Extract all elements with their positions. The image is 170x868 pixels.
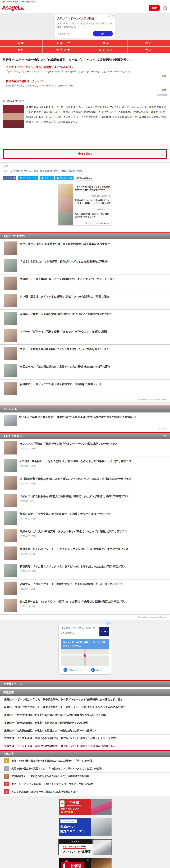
ad-info-icon[interactable]: i: [106, 622, 109, 625]
list-item[interactable]: 「後ろから突きたい!」岡副麻希、猫伸びポーズにまたも妄想爆発の声殺到!: [0, 257, 170, 275]
nav-item[interactable]: 芸能: [0, 40, 42, 46]
top-ad-card[interactable]: i X 人気ブランドの五月人形が勢揃い 人気の久月、吉徳大光、などの五月人形 正…: [55, 14, 115, 38]
list-item[interactable]: 新型コロナ、「突然変異」で「終息10年」の悪夢シナリオとは?|アサ芸プラス (2…: [0, 509, 170, 527]
website-label: ウェブサイト: [69, 669, 83, 672]
route-button[interactable]: ➤ルート: [85, 665, 109, 674]
top-ad-zone: i X 人気ブランドの五月人形が勢揃い 人気の久月、吉徳大光、などの五月人形 正…: [0, 13, 170, 40]
sponsored-label: Sponsored: [3, 94, 167, 96]
list-item[interactable]: 「紅白“出場”女性歌手ら8芸能人の薬物疑惑」報道で「次はダレが逮捕?」衝撃!|ア…: [0, 492, 170, 509]
related-article-link[interactable]: 星野仙一「楽天実効支配」で浮上する野望とは?(2)星野氏が抱く3つの野望: [0, 719, 170, 727]
list-item[interactable]: バス旅Z、最新回ルートを大予想!やはり“田中&羽田を辞めさせる”難関ルートか?|…: [0, 457, 170, 474]
website-button[interactable]: ウェブサイト: [61, 665, 85, 674]
search-icon[interactable]: [163, 6, 167, 10]
tag-link[interactable]: スポーツ: [3, 170, 13, 173]
ad-title[interactable]: 人気ブランドの五月人形が勢揃い: [57, 17, 113, 20]
pr-ad-item[interactable]: 「トイレが必ず詰まります」飲む腸内洗浄で10年分の宿便がドババッ!PR/株式会社…: [58, 184, 112, 198]
nav-item[interactable]: 女子アナ: [43, 47, 85, 53]
tag-link[interactable]: プロ野球: [13, 170, 24, 173]
tag-link[interactable]: 星野仙一: [24, 170, 34, 173]
list-item[interactable]: テレ朝・三谷紬、ダイエットに挑戦も“男性ファンから悲鳴”の「切実な理由」: [0, 292, 170, 310]
tag-link[interactable]: 週刊アサヒ芸能 2014年 10/9号: [50, 170, 83, 173]
list-item-title: 太川陽介が蛭子能収に激怒!バス旅「伝説のブチ切れシーン」の真実を太川が告白|アサ…: [20, 477, 132, 481]
top-button[interactable]: TOP: [149, 5, 160, 11]
list-item[interactable]: 熊田曜子、〈男子禁制〉胸ドアップ公開動画の「まるでマッパ!」なシーンとは?: [0, 275, 170, 292]
twitter-icon: [57, 178, 59, 179]
aoki-map-ad[interactable]: i X メンズスーツ / レディーススーツ AOKI 草加店 AOKI サイズで…: [59, 621, 112, 674]
list-item[interactable]: マギー、大胆肌見せ私服公開もファンが思わず口にした“的確な苦言”とは?: [0, 345, 170, 362]
ranked-article-link[interactable]: 5 キムタク次女がスポンサーから敬遠される意外な理由とは!?: [0, 788, 170, 796]
read-more-button[interactable]: 全文を読む ›: [3, 149, 167, 159]
ranked-article-link[interactable]: 3 安倍昭恵夫人、「私的な“桜を見る会”を楽しんだ」写真報道で批判殺到!: [0, 773, 170, 780]
facebook-like-button[interactable]: ☝いいね! 0: [3, 176, 16, 180]
list-item[interactable]: 深田恭子が妖艶ドレス姿を披露!胸の渓谷より目を引いた“肉感的な部位”とは?: [0, 310, 170, 327]
ranked-article-link[interactable]: 1 落胆したの!?桜井日奈子の“橋本環奈絡み”告白に世間から「失礼!」の洗礼: [0, 757, 170, 765]
ad-info-icon[interactable]: i: [109, 15, 111, 18]
list-item[interactable]: 嵐の活動休止も“ロックアウト”!?新型コロナ対策で1年先延ばし要望が急浮上|アサ…: [0, 597, 170, 615]
list-item[interactable]: サンスポ水戸正晴の「絶対万券」論「穴はシヴァージの強烈な末脚」|アサ芸プラス (…: [0, 439, 170, 457]
nav-item[interactable]: 事件: [0, 47, 42, 53]
social-news-button[interactable]: Social News: [75, 176, 93, 180]
list-item-date: (2020年3月17日): [20, 535, 127, 538]
list-item-date: (2020年3月23日): [20, 570, 126, 573]
nav-item[interactable]: 社会: [85, 40, 127, 46]
article-thumbnail: [4, 529, 17, 542]
ad-close-icon[interactable]: X: [113, 14, 114, 17]
related-article-link[interactable]: 星野仙一「楽天実効支配」で浮上する野望とは?(3)視線の先には阪神への復帰も?: [0, 727, 170, 735]
sponsored-link-title[interactable]: 韓国の美肌の秘訣は…え、○○!?: [6, 80, 167, 83]
nav-item[interactable]: スポーツ: [43, 40, 85, 46]
aoki-store-name: AOKI 草加店: [61, 632, 95, 635]
related-article-link[interactable]: 星野仙一「楽天実効支配」で浮上する野望とは?(1)チーム内に影響力を残すSAとい…: [0, 711, 170, 719]
pr-ad-sponsor: PR/株式会社ヘルスアップ: [75, 195, 110, 197]
like-label: いいね! 0: [6, 177, 15, 180]
list-item[interactable]: 妊娠中だけど大丈夫?高橋真麻、まさかの激ヤバ変化で「Gカップに危機」が!|アサ芸…: [0, 527, 170, 545]
ranked-article-link[interactable]: 2 人前で夜の営みを!?沢尻エリカ、「18歳からクスリ漬け&ハメまくり生活」の衝…: [0, 765, 170, 773]
list-item[interactable]: 浜田雅功と千原ジュニアが妻よりも信頼する「売れ損ねた後輩」とは: [0, 380, 170, 397]
related-article-link[interactable]: 星野仙一 スポーツ紙が封印した「鉄拳流血事件」を一挙プレイバック!(3)手を上げ…: [0, 704, 170, 711]
banner-asajan[interactable]: アサ雀 意外と知らない!? 麻雀の世界: [59, 799, 112, 815]
pr-ad-thumbnail: [58, 212, 73, 225]
ad-open-button[interactable]: 開く: [93, 31, 113, 36]
article-photo: [3, 105, 24, 128]
nav-item[interactable]: エンタメ: [85, 47, 127, 53]
main-nav: 芸能スポーツ社会政治事件女子アナエンタメ大人: [0, 40, 170, 53]
list-item[interactable]: マギーが「ピラティス写真」公開!「まるでアンダーウエア」な服装に騒然: [0, 327, 170, 345]
list-item[interactable]: 飯田圭織「ちくわエピソード」でアイドルファンが思い出した衝撃事件とは!?|アサ芸…: [0, 545, 170, 562]
sponsored-link-title[interactable]: まるでタバコ!「ガツンと来る」新型電子タバコがやばい: [6, 66, 167, 69]
section-header-osusume: あなたにおすすめ: [0, 232, 170, 239]
list-item[interactable]: 服から胸がこぼれる!石川秀美の娘・薬丸玲美の極大バスト写真がスゴすぎッ: [0, 239, 170, 257]
related-article-link[interactable]: プロ野球「ドラフト会議」50年 “あの大騒動”を一挙プレイバック!(4)ドラフト…: [0, 742, 170, 750]
banner-kami-taisaku[interactable]: こっそり始める 40歳からの 髪対策マニュアル: [59, 818, 112, 836]
ranked-article-link[interactable]: 4 マギーが「ピラティス写真」公開!「まるでアンダーウエア」な服装に騒然: [0, 780, 170, 788]
article-thumbnail: [4, 512, 17, 525]
ad-close-icon[interactable]: X: [110, 622, 111, 624]
ad-label: 広告: [6, 89, 166, 92]
list-item[interactable]: 沢尻エリカ、「薬と男に溺れた」素顔!(4)“大人の関係”求め始めた相手の面々: [0, 362, 170, 380]
print-url-note: https://www.asagei.com/excerpt/26952: [0, 0, 170, 3]
list-item[interactable]: 八嶋智人、「コロナツイート」削除の背景に「エセ科学の指摘」あった!?|アサ芸プラ…: [0, 580, 170, 597]
banner-akitsu-kenkougaku[interactable]: 秋津壽男 オトコの悩みをズバリ回答 「どっち?」の健康学: [58, 839, 112, 855]
map-image[interactable]: [61, 649, 109, 665]
site-logo[interactable]: Asageiplus: [2, 4, 24, 10]
route-icon: ➤: [91, 668, 95, 672]
special-sponsored-item[interactable]: 髪に不安があればこれを読め! 薄毛に悩む中高年の不満に対する専門家の回答が的確で…: [0, 412, 170, 426]
tweet-button[interactable]: ツイート: [40, 176, 54, 180]
sake-bottle-icon: [63, 864, 65, 868]
follow-button[interactable]: フォローする: [55, 176, 73, 180]
related-article-link[interactable]: 星野仙一 スポーツ紙が封印した「鉄拳流血事件」を一挙プレイバック!(1)鉄拳制裁…: [0, 696, 170, 704]
nav-item[interactable]: 大人: [128, 47, 170, 53]
tag-link[interactable]: 落合博満: [40, 170, 50, 173]
list-item[interactable]: 太川陽介が蛭子能収に激怒!バス旅「伝説のブチ切れシーン」の真実を太川が告白|アサ…: [0, 474, 170, 492]
related-article-link[interactable]: プロ野球「ドラフト会議」50年 “あの大騒動”を一挙プレイバック!(3)根元氏が…: [0, 735, 170, 742]
pr-ad-item[interactable]: AYA「朝1分だけ、私に預けて」強制的に痩せさせるから!?PR/アスクレピオス製…: [58, 212, 112, 225]
aoki-category-link[interactable]: メンズスーツ / レディーススーツ: [61, 627, 95, 630]
banner-ippai-sakaba[interactable]: 一杯酒場: [59, 858, 112, 868]
pr-ad-item[interactable]: 医師の嫁「太っている人の9割はアソコが汚い」綺麗にしただけで激ヤセ!?PR/ヘル…: [58, 198, 112, 212]
list-item[interactable]: 桐谷美玲、「デカ盛りナポリタン食いをアピール」も巻き起こった心配の声|アサ芸プラ…: [0, 562, 170, 580]
site-header: Asageiplus TOP: [0, 3, 170, 13]
tweet-label: ツイート: [44, 177, 52, 180]
nav-item[interactable]: 政治: [128, 40, 170, 46]
tag-link[interactable]: 楽天: [34, 170, 40, 173]
section-header-recommend: あなたにオススメPR: [0, 432, 170, 439]
hatena-bookmark-button[interactable]: B!ブックマーク 0: [18, 176, 38, 180]
sponsored-link-desc: 「タバコ辞めないなら離婚するよッ!?」これが私が1年前に言い放った言葉。うちの旦…: [6, 70, 167, 73]
